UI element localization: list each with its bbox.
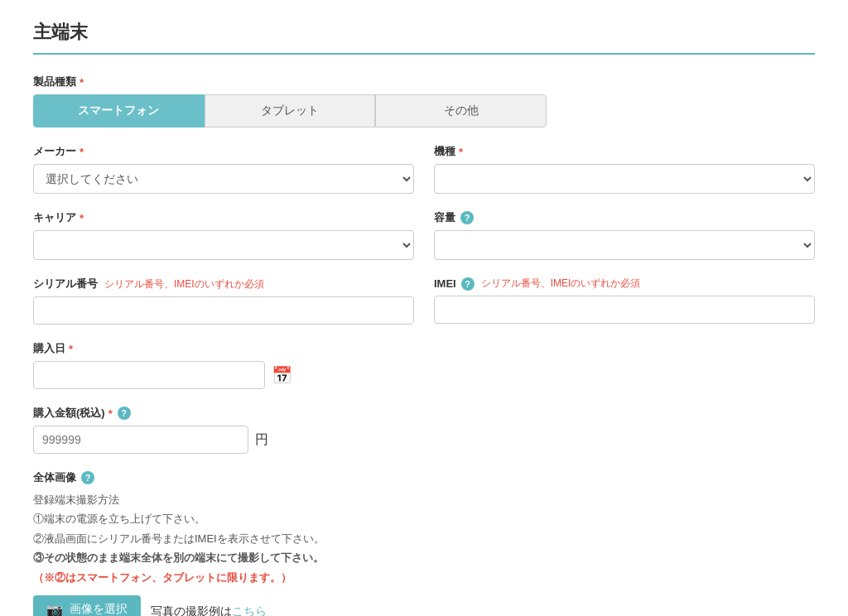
purchase-price-input[interactable]: [33, 426, 248, 454]
imei-note: シリアル番号、IMEIのいずれか必須: [481, 277, 641, 291]
photo-link-text: 写真の撮影例はこちら: [151, 604, 267, 616]
serial-label: シリアル番号 シリアル番号、IMEIのいずれか必須: [33, 277, 414, 291]
purchase-date-label: 購入日*: [33, 341, 815, 356]
overall-image-field: 全体画像 ? 登録端末撮影方法 ①端末の電源を立ち上げて下さい。 ②液晶画面にシ…: [33, 470, 815, 616]
serial-imei-row: シリアル番号 シリアル番号、IMEIのいずれか必須 IMEI ? シリアル番号、…: [33, 277, 815, 341]
product-type-buttons: スマートフォン タブレット その他: [33, 94, 547, 128]
type-btn-smartphone[interactable]: スマートフォン: [33, 94, 205, 128]
photo-example-link[interactable]: こちら: [232, 604, 267, 616]
purchase-price-info-icon[interactable]: ?: [118, 407, 131, 420]
product-type-field: 製品種類* スマートフォン タブレット その他: [33, 75, 815, 128]
carrier-capacity-row: キャリア* 容量 ?: [33, 210, 815, 277]
instruction-3: ③その状態のまま端末全体を別の端末にて撮影して下さい。: [33, 548, 815, 567]
imei-label: IMEI ? シリアル番号、IMEIのいずれか必須: [434, 277, 815, 291]
page-title: 主端末: [33, 20, 815, 55]
choose-btn-label: 画像を選択: [70, 602, 128, 616]
carrier-label: キャリア*: [33, 210, 414, 225]
capacity-field: 容量 ?: [434, 210, 815, 260]
price-row: 円: [33, 426, 815, 454]
capacity-info-icon[interactable]: ?: [460, 211, 474, 224]
overall-image-info-icon[interactable]: ?: [81, 471, 94, 484]
carrier-field: キャリア*: [33, 210, 414, 260]
maker-select[interactable]: 選択してください: [33, 164, 414, 194]
model-select[interactable]: [434, 164, 815, 194]
choose-btn-row: 📷 画像を選択 写真の撮影例はこちら: [33, 595, 815, 616]
serial-note: シリアル番号、IMEIのいずれか必須: [104, 277, 264, 291]
maker-model-row: メーカー* 選択してください 機種*: [33, 144, 815, 210]
maker-label: メーカー*: [33, 144, 414, 159]
maker-field: メーカー* 選択してください: [33, 144, 414, 194]
instruction-title: 登録端末撮影方法: [33, 490, 815, 509]
carrier-select[interactable]: [33, 230, 414, 260]
purchase-price-field: 購入金額(税込)* ? 円: [33, 406, 815, 454]
yen-label: 円: [255, 431, 268, 449]
serial-input[interactable]: [33, 296, 414, 325]
imei-info-icon[interactable]: ?: [461, 277, 475, 291]
purchase-price-label: 購入金額(税込)* ?: [33, 406, 815, 421]
calendar-icon[interactable]: 📅: [272, 365, 292, 385]
product-type-label: 製品種類*: [33, 75, 815, 89]
camera-icon: 📷: [46, 602, 63, 616]
type-btn-other[interactable]: その他: [375, 94, 547, 128]
choose-image-button[interactable]: 📷 画像を選択: [33, 595, 141, 616]
purchase-date-field: 購入日* 📅: [33, 341, 815, 389]
imei-input[interactable]: [434, 296, 815, 324]
model-field: 機種*: [434, 144, 815, 194]
date-row: 📅: [33, 361, 815, 389]
instruction-2: ②液晶画面にシリアル番号またはIMEIを表示させて下さい。: [33, 529, 815, 548]
type-btn-tablet[interactable]: タブレット: [205, 94, 376, 128]
imei-field: IMEI ? シリアル番号、IMEIのいずれか必須: [434, 277, 815, 325]
instruction-4: （※②はスマートフォン、タブレットに限ります。）: [33, 568, 815, 587]
image-instructions: 登録端末撮影方法 ①端末の電源を立ち上げて下さい。 ②液晶画面にシリアル番号また…: [33, 490, 815, 587]
purchase-date-input[interactable]: [33, 361, 265, 389]
capacity-select[interactable]: [434, 230, 815, 260]
serial-field: シリアル番号 シリアル番号、IMEIのいずれか必須: [33, 277, 414, 325]
model-label: 機種*: [434, 144, 815, 159]
capacity-label: 容量 ?: [434, 210, 815, 225]
instruction-1: ①端末の電源を立ち上げて下さい。: [33, 509, 815, 528]
overall-image-label: 全体画像 ?: [33, 470, 815, 485]
